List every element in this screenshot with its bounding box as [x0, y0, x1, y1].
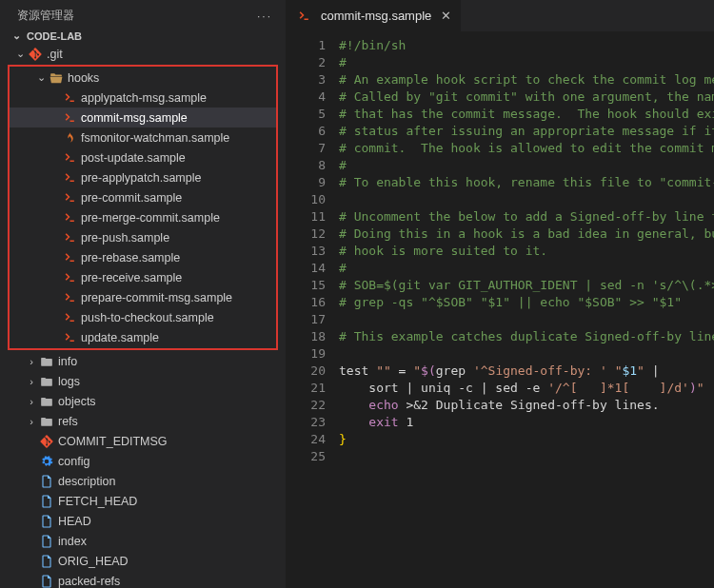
- line-gutter: 1234567891011121314151617181920212223242…: [286, 31, 339, 588]
- folder-icon: [38, 416, 55, 427]
- shell-file-icon: [61, 251, 78, 264]
- tree-item-label: objects: [58, 395, 96, 408]
- tree-file[interactable]: ORIG_HEAD: [0, 551, 286, 571]
- tree-item-label: ORIG_HEAD: [58, 555, 129, 568]
- folder-icon: [38, 376, 55, 387]
- shell-file-icon: [61, 211, 78, 224]
- tab-bar: commit-msg.sample ✕: [286, 0, 714, 31]
- tree-file-hook[interactable]: pre-rebase.sample: [10, 247, 276, 267]
- shell-file-icon: [61, 151, 78, 164]
- tree-item-label: COMMIT_EDITMSG: [58, 435, 168, 448]
- chevron-right-icon: ›: [25, 376, 38, 387]
- chevron-down-icon: ⌄: [10, 29, 23, 42]
- shell-file-icon: [61, 171, 78, 184]
- file-icon: [38, 495, 55, 508]
- chevron-down-icon: ⌄: [13, 48, 27, 60]
- tree-file[interactable]: description: [0, 471, 286, 491]
- code-lines[interactable]: #!/bin/sh## An example hook script to ch…: [339, 31, 714, 588]
- tree-item-label: push-to-checkout.sample: [81, 311, 214, 324]
- tree-item-label: description: [58, 475, 115, 488]
- tree-file-hook[interactable]: applypatch-msg.sample: [10, 88, 276, 108]
- tree-item-label: FETCH_HEAD: [58, 495, 137, 508]
- shell-file-icon: [61, 231, 78, 244]
- chevron-right-icon: ›: [25, 396, 38, 407]
- tree-folder[interactable]: ›refs: [0, 411, 286, 431]
- tree-file-hook[interactable]: update.sample: [10, 327, 276, 347]
- tab-label: commit-msg.sample: [321, 9, 431, 23]
- file-icon: [38, 555, 55, 568]
- code-editor[interactable]: 1234567891011121314151617181920212223242…: [286, 31, 714, 588]
- workspace-section[interactable]: ⌄ CODE-LAB: [0, 28, 286, 44]
- folder-icon: [38, 356, 55, 367]
- tree-item-label: update.sample: [81, 331, 159, 344]
- tree-file-hook[interactable]: fsmonitor-watchman.sample: [10, 127, 276, 147]
- tree-file-hook[interactable]: pre-commit.sample: [10, 187, 276, 207]
- tree-file-hook[interactable]: prepare-commit-msg.sample: [10, 287, 276, 307]
- close-icon[interactable]: ✕: [441, 9, 451, 23]
- tree-file-hook[interactable]: push-to-checkout.sample: [10, 307, 276, 327]
- tree-item-label: post-update.sample: [81, 151, 186, 165]
- folder-open-icon: [48, 72, 65, 84]
- tree-file[interactable]: config: [0, 451, 286, 471]
- file-icon: [38, 575, 55, 588]
- tree-item-label: refs: [58, 415, 78, 428]
- shell-file-icon: [61, 291, 78, 304]
- tree-item-label: pre-push.sample: [81, 231, 169, 245]
- shell-file-icon: [61, 331, 78, 343]
- tab-active[interactable]: commit-msg.sample ✕: [286, 0, 462, 31]
- folder-icon: [38, 396, 55, 407]
- tree-item-label: pre-merge-commit.sample: [81, 211, 220, 225]
- shell-file-icon: [61, 191, 78, 204]
- tree-item-label: config: [58, 455, 89, 468]
- git-folder-icon: [27, 48, 44, 61]
- more-icon[interactable]: ···: [257, 10, 272, 23]
- git-icon: [38, 435, 55, 448]
- tree-item-label: logs: [58, 375, 80, 388]
- explorer-title: 资源管理器: [17, 8, 74, 24]
- tree-file[interactable]: index: [0, 531, 286, 551]
- tree-folder[interactable]: ›logs: [0, 371, 286, 391]
- tree-folder[interactable]: ›objects: [0, 391, 286, 411]
- file-icon: [38, 475, 55, 488]
- tree-item-label: applypatch-msg.sample: [81, 91, 207, 105]
- file-icon: [38, 515, 55, 528]
- tree-item-label: pre-rebase.sample: [81, 251, 180, 265]
- fire-icon: [61, 131, 78, 144]
- chevron-down-icon: ⌄: [34, 71, 48, 84]
- tree-file-hook[interactable]: pre-push.sample: [10, 227, 276, 247]
- tree-folder[interactable]: ›info: [0, 351, 286, 371]
- tree-item-label: hooks: [68, 71, 99, 85]
- tree-folder-git[interactable]: ⌄ .git: [0, 44, 286, 64]
- tree-item-label: pre-receive.sample: [81, 271, 182, 284]
- tree-file[interactable]: COMMIT_EDITMSG: [0, 431, 286, 451]
- tree-file[interactable]: FETCH_HEAD: [0, 491, 286, 511]
- tree-item-label: commit-msg.sample: [81, 111, 188, 125]
- tree-file-hook[interactable]: pre-merge-commit.sample: [10, 207, 276, 227]
- tree-item-label: fsmonitor-watchman.sample: [81, 131, 229, 145]
- shell-file-icon: [61, 271, 78, 284]
- tree-file-hook[interactable]: commit-msg.sample: [10, 108, 276, 127]
- tree-file-hook[interactable]: pre-applypatch.sample: [10, 167, 276, 187]
- tree-item-label: pre-applypatch.sample: [81, 171, 201, 185]
- shell-file-icon: [295, 10, 312, 22]
- tree-folder-hooks[interactable]: ⌄ hooks: [10, 68, 276, 88]
- shell-file-icon: [61, 111, 78, 124]
- tree-item-label: index: [58, 535, 87, 548]
- editor-pane: commit-msg.sample ✕ 12345678910111213141…: [286, 0, 714, 588]
- shell-file-icon: [61, 91, 78, 104]
- tree-item-label: prepare-commit-msg.sample: [81, 291, 232, 304]
- hooks-highlight-box: ⌄ hooks applypatch-msg.samplecommit-msg.…: [8, 65, 278, 350]
- shell-file-icon: [61, 311, 78, 323]
- tree-file[interactable]: packed-refs: [0, 571, 286, 588]
- file-icon: [38, 535, 55, 548]
- file-tree: ⌄ .git ⌄ hooks applypatch-msg.samplecomm…: [0, 44, 286, 588]
- tree-item-label: HEAD: [58, 515, 91, 528]
- tree-file-hook[interactable]: pre-receive.sample: [10, 267, 276, 287]
- workspace-label: CODE-LAB: [27, 30, 82, 42]
- tree-file-hook[interactable]: post-update.sample: [10, 147, 276, 167]
- tree-item-label: pre-commit.sample: [81, 191, 182, 205]
- tree-file[interactable]: HEAD: [0, 511, 286, 531]
- chevron-right-icon: ›: [25, 356, 38, 367]
- tree-item-label: .git: [47, 48, 63, 61]
- gear-icon: [38, 455, 55, 468]
